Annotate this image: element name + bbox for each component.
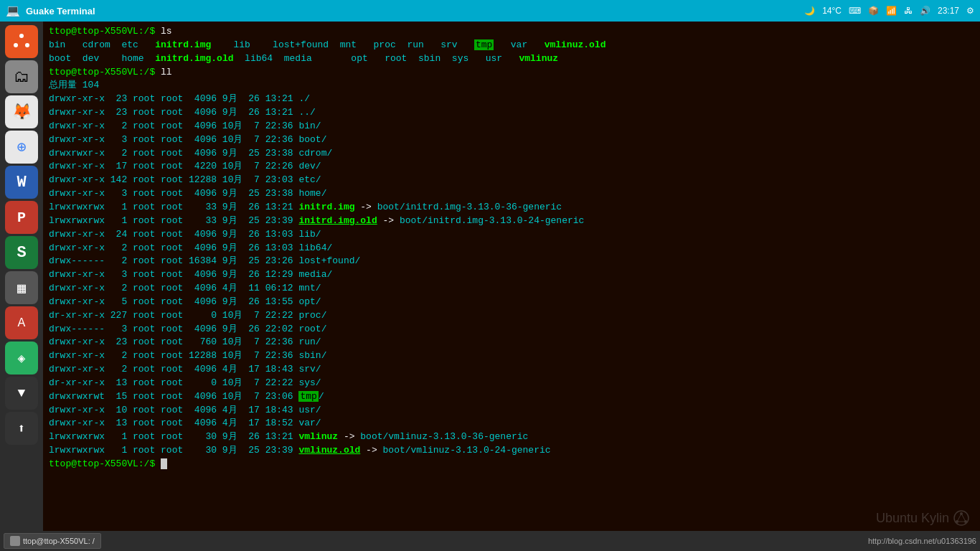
term-row-sbin: drwxr-xr-x 2 root root 12288 10月 7 22:36… [49,349,974,363]
prompt-2: ttop@ttop-X550VL:/$ [49,67,161,77]
taskbar: ttop@ttop-X550VL: / http://blog.csdn.net… [0,531,980,551]
terminal-icon: 💻 [6,4,20,18]
titlebar-title: Guake Terminal [26,6,95,17]
sidebar-app-10[interactable]: ◈ [5,342,38,375]
term-row-lost: drwx------ 2 root root 16384 9月 25 23:26… [49,255,974,268]
term-row-vmlinuz: lrwxrwxrwx 1 root root 30 9月 26 13:21 vm… [49,430,974,444]
keyboard-icon: ⌨ [849,6,861,16]
moon-icon: 🌙 [804,6,815,16]
term-ls-1: bin cdrom etc initrd.img lib lost+found … [49,39,974,52]
term-row-mnt: drwxr-xr-x 2 root root 4096 4月 11 06:12 … [49,282,974,296]
sidebar-app-writer[interactable]: W [5,166,38,199]
volume-icon: 🔊 [920,6,930,16]
term-row-root: drwx------ 3 root root 4096 9月 26 22:02 … [49,323,974,336]
taskbar-terminal-item[interactable]: ttop@ttop-X550VL: / [4,533,101,549]
titlebar-right: 🌙 14°C ⌨ 📦 📶 🖧 🔊 23:17 ⚙ [804,6,974,16]
sidebar-app-calc[interactable]: S [5,236,38,269]
watermark-text: Ubuntu Kylin [876,511,949,526]
cmd: ls [161,26,172,37]
sidebar-app-11[interactable]: ▼ [5,377,38,410]
term-prompt-cursor: ttop@ttop-X550VL:/$ [49,458,974,471]
term-row-home: drwxr-xr-x 3 root root 4096 9月 25 23:38 … [49,187,974,201]
wifi-icon: 📶 [886,6,897,16]
sidebar-app-chrome[interactable]: ⊕ [5,131,38,164]
term-row-bin: drwxr-xr-x 2 root root 4096 10月 7 22:36 … [49,120,974,133]
titlebar-left: 💻 Guake Terminal [6,4,95,18]
watermark: Ubuntu Kylin [876,510,969,526]
term-row-run: drwxr-xr-x 23 root root 760 10月 7 22:36 … [49,336,974,349]
svg-point-2 [25,43,29,47]
sidebar-app-present[interactable]: P [5,201,38,234]
term-ll-cmd: ttop@ttop-X550VL:/$ ll [49,66,974,80]
term-row-media: drwxr-xr-x 3 root root 4096 9月 26 12:29 … [49,268,974,282]
clock: 23:17 [938,6,959,16]
temp-display: 14°C [822,6,842,16]
terminal[interactable]: ttop@ttop-X550VL:/$ ls bin cdrom etc ini… [43,22,980,531]
sidebar-app-viewer[interactable]: ▦ [5,271,38,304]
taskbar-url: http://blog.csdn.net/u01363196 [868,537,976,545]
term-total: 总用量 104 [49,79,974,93]
term-row-lib: drwxr-xr-x 24 root root 4096 9月 26 13:03… [49,228,974,242]
taskbar-app-icon [10,536,20,546]
term-line: ttop@ttop-X550VL:/$ ls [49,25,974,39]
sidebar-app-ubuntu[interactable] [5,25,38,58]
sidebar-app-files[interactable]: 🗂 [5,60,38,93]
term-row-tmp: drwxrwxrwt 15 root root 4096 10月 7 23:06… [49,390,974,404]
term-row-vmlinuz-old: lrwxrwxrwx 1 root root 30 9月 25 23:39 vm… [49,444,974,458]
term-row-boot: drwxr-xr-x 3 root root 4096 10月 7 22:36 … [49,133,974,147]
svg-line-8 [961,514,966,522]
term-row-var: drwxr-xr-x 13 root root 4096 4月 17 18:52… [49,417,974,430]
svg-point-1 [19,34,24,38]
term-ls-2: boot dev home initrd.img.old lib64 media… [49,52,974,66]
term-row-lib64: drwxr-xr-x 2 root root 4096 9月 26 13:03 … [49,242,974,255]
taskbar-item-label: ttop@ttop-X550VL: / [23,537,95,545]
sidebar-app-9[interactable]: A [5,306,38,339]
term-row-opt: drwxr-xr-x 5 root root 4096 9月 26 13:55 … [49,296,974,309]
term-row-etc: drwxr-xr-x 142 root root 12288 10月 7 23:… [49,174,974,187]
settings-icon[interactable]: ⚙ [966,6,974,16]
term-row-dot: drwxr-xr-x 23 root root 4096 9月 26 13:21… [49,93,974,106]
term-row-dotdot: drwxr-xr-x 23 root root 4096 9月 26 13:21… [49,106,974,120]
term-row-usr: drwxr-xr-x 10 root root 4096 4月 17 18:43… [49,404,974,418]
term-row-srv: drwxr-xr-x 2 root root 4096 4月 17 18:43 … [49,363,974,377]
prompt: ttop@ttop-X550VL:/$ [49,26,161,37]
term-row-sys: dr-xr-xr-x 13 root root 0 10月 7 22:22 sy… [49,377,974,390]
sidebar: 🗂 🦊 ⊕ W P S ▦ A ◈ ▼ ⬆ [0,22,43,551]
term-row-initrd-old: lrwxrwxrwx 1 root root 33 9月 25 23:39 in… [49,215,974,228]
titlebar: 💻 Guake Terminal 🌙 14°C ⌨ 📦 📶 🖧 🔊 23:17 … [0,0,980,22]
term-row-cdrom: drwxrwxr-x 2 root root 4096 9月 25 23:38 … [49,147,974,161]
svg-line-10 [957,514,961,522]
term-row-dev: drwxr-xr-x 17 root root 4220 10月 7 22:26… [49,160,974,174]
term-row-proc: dr-xr-xr-x 227 root root 0 10月 7 22:22 p… [49,309,974,323]
network-icon: 🖧 [904,6,913,16]
sidebar-app-12[interactable]: ⬆ [5,412,38,445]
package-icon: 📦 [868,6,879,16]
svg-point-3 [14,43,18,47]
sidebar-app-firefox[interactable]: 🦊 [5,95,38,128]
term-row-initrd: lrwxrwxrwx 1 root root 33 9月 26 13:21 in… [49,201,974,215]
